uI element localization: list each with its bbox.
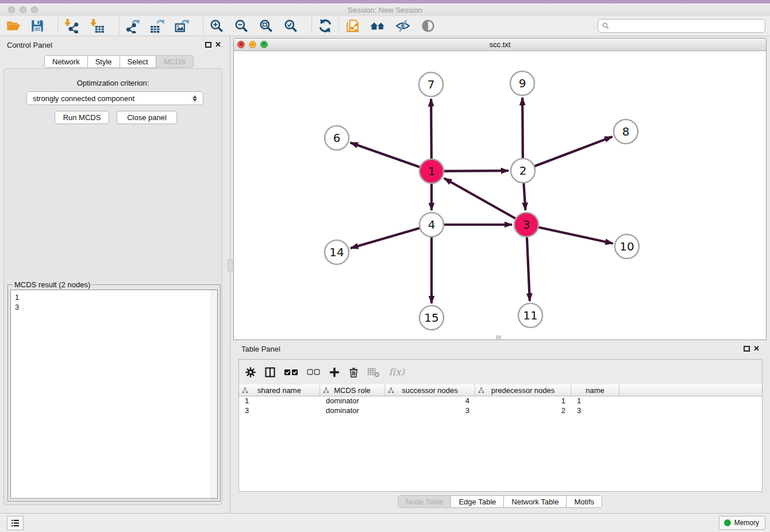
graph-node-11[interactable]: 11 (518, 303, 542, 327)
cell-successor-nodes[interactable]: 4 (385, 396, 475, 406)
memory-button[interactable]: Memory (719, 516, 765, 530)
column-header-predecessor-nodes[interactable]: predecessor nodes (475, 384, 571, 396)
zoom-in-button[interactable] (208, 17, 225, 34)
graph-node-2[interactable]: 2 (511, 159, 535, 183)
show-graphics-details-button[interactable] (419, 17, 437, 34)
table-options-button[interactable] (245, 367, 256, 378)
graph-node-7[interactable]: 7 (419, 72, 443, 97)
node-table-container: f(x) shared nameMCDS rolesuccessor nodes… (238, 359, 763, 492)
cell-predecessor-nodes[interactable]: 2 (475, 406, 571, 416)
column-view-button[interactable] (264, 367, 276, 378)
close-panel-button[interactable]: Close panel (117, 111, 177, 124)
graph-node-15[interactable]: 15 (419, 306, 444, 330)
network-canvas[interactable]: 7968124314101511 (234, 51, 766, 340)
cell-predecessor-nodes[interactable]: 1 (475, 396, 571, 406)
result-scrollbar[interactable] (211, 290, 217, 498)
table-panel-title: Table Panel (241, 345, 280, 353)
graph-node-14[interactable]: 14 (325, 240, 349, 264)
open-session-button[interactable] (5, 17, 22, 34)
delete-table-button[interactable] (367, 367, 380, 377)
run-mcds-button[interactable]: Run MCDS (55, 111, 109, 124)
graph-node-8[interactable]: 8 (614, 119, 638, 144)
network-resize-handle[interactable] (496, 336, 501, 339)
mcds-result-text[interactable]: 1 3 (10, 290, 218, 499)
cell-shared-name[interactable]: 1 (239, 396, 320, 406)
panel-divider-handle[interactable] (228, 260, 233, 271)
close-panel-icon[interactable]: ✕ (215, 41, 221, 49)
column-header-shared-name[interactable]: shared name (239, 384, 320, 396)
control-panel-tabs: NetworkStyleSelectMCDS (44, 55, 194, 68)
graph-edge-3-1[interactable] (444, 178, 526, 225)
network-window: ✕ − + scc.txt 7968124314101511 (233, 38, 767, 340)
column-header-successor-nodes[interactable]: successor nodes (385, 384, 475, 396)
network-window-titlebar: ✕ − + scc.txt (234, 38, 766, 51)
zoom-out-button[interactable] (233, 17, 250, 34)
refresh-layout-button[interactable] (317, 17, 334, 34)
cell-mcds-role[interactable]: dominator (320, 396, 385, 406)
show-graphics-details-icon (421, 18, 436, 33)
graph-node-4[interactable]: 4 (419, 213, 444, 237)
column-header-name[interactable]: name (571, 384, 619, 396)
tree-icon (242, 387, 248, 395)
graph-edge-3-10[interactable] (526, 225, 613, 244)
graph-node-9[interactable]: 9 (510, 71, 534, 95)
zoom-fit-button[interactable] (257, 17, 275, 34)
export-network-button[interactable] (124, 17, 141, 34)
export-table-button[interactable] (149, 17, 166, 34)
graph-node-1[interactable]: 1 (419, 159, 444, 183)
select-all-columns-button[interactable] (284, 368, 299, 376)
svg-text:4: 4 (428, 218, 436, 232)
function-builder-button[interactable]: f(x) (388, 366, 405, 379)
tab-network[interactable]: Network (44, 55, 88, 68)
table-close-icon[interactable]: ✕ (753, 345, 760, 353)
tab-style[interactable]: Style (88, 55, 120, 68)
zoom-selected-button[interactable] (282, 17, 299, 34)
network-list-button[interactable] (7, 516, 24, 530)
search-box[interactable] (598, 19, 765, 33)
import-network-button[interactable] (63, 17, 80, 34)
table-toolbar: f(x) (239, 360, 762, 384)
first-neighbors-icon (370, 18, 385, 33)
graph-edge-1-6[interactable] (351, 142, 432, 171)
criterion-value: strongly connected component (33, 94, 134, 103)
cell-name[interactable]: 1 (571, 396, 619, 406)
add-column-button[interactable] (329, 367, 340, 378)
first-neighbors-button[interactable] (369, 17, 386, 34)
import-table-button[interactable] (88, 17, 106, 34)
table-tab-node-table[interactable]: Node Table (398, 495, 452, 508)
table-float-icon[interactable] (744, 346, 750, 352)
svg-text:7: 7 (428, 78, 435, 91)
delete-column-button[interactable] (348, 366, 359, 378)
svg-text:8: 8 (622, 125, 630, 138)
cell-successor-nodes[interactable]: 3 (385, 406, 475, 416)
column-header-mcds-role[interactable]: MCDS role (320, 384, 385, 396)
graph-edge-2-8[interactable] (523, 137, 613, 171)
duplicate-network-button[interactable] (344, 17, 361, 34)
column-label: name (586, 386, 605, 395)
zoom-in-icon (209, 18, 224, 33)
column-label: successor nodes (402, 386, 458, 395)
table-tab-motifs[interactable]: Motifs (567, 495, 602, 508)
optimization-criterion-label: Optimization criterion: (4, 79, 222, 87)
table-tab-edge-table[interactable]: Edge Table (451, 495, 504, 508)
column-label: MCDS role (334, 386, 371, 395)
save-session-button[interactable] (29, 17, 46, 34)
cell-mcds-role[interactable]: dominator (320, 406, 385, 416)
main-toolbar-groups (0, 17, 445, 34)
export-image-icon (175, 18, 190, 33)
graph-node-6[interactable]: 6 (325, 126, 349, 150)
optimization-criterion-select[interactable]: strongly connected component (26, 91, 203, 105)
list-icon (10, 518, 20, 528)
float-panel-icon[interactable] (205, 42, 211, 48)
hide-selected-button[interactable] (394, 17, 411, 34)
cell-shared-name[interactable]: 3 (239, 406, 320, 416)
unselect-all-columns-button[interactable] (307, 368, 321, 376)
graph-node-3[interactable]: 3 (514, 213, 538, 237)
search-input[interactable] (612, 22, 761, 30)
tab-mcds[interactable]: MCDS (156, 55, 194, 68)
export-image-button[interactable] (174, 17, 191, 34)
cell-name[interactable]: 3 (571, 406, 619, 416)
tab-select[interactable]: Select (120, 55, 156, 68)
graph-node-10[interactable]: 10 (615, 234, 639, 259)
table-tab-network-table[interactable]: Network Table (504, 495, 567, 508)
